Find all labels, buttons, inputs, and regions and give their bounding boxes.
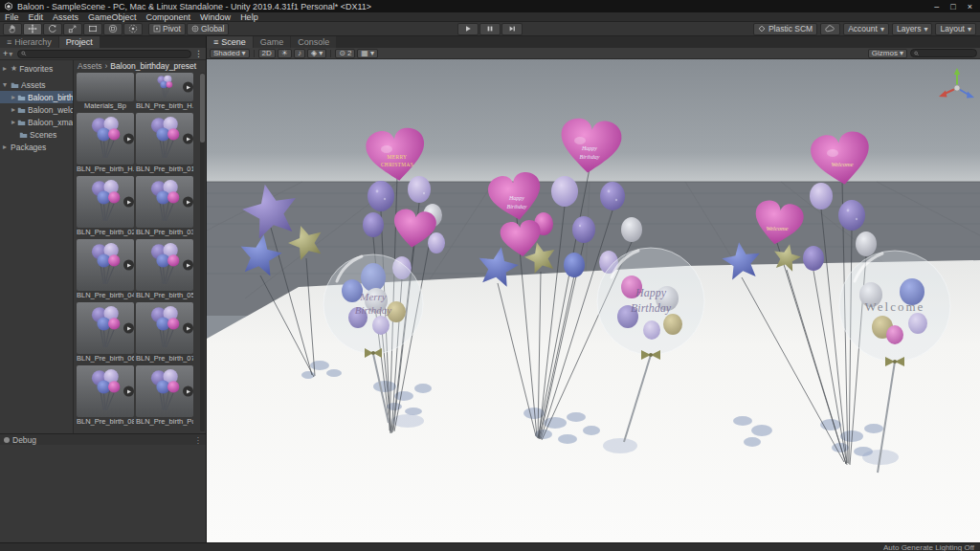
left-dock-tabs: ≡ Hierarchy Project <box>0 36 206 48</box>
asset-item[interactable]: BLN_Pre_birth_01 <box>136 113 193 174</box>
scale-tool-button[interactable] <box>63 23 82 35</box>
cloud-button[interactable] <box>820 23 840 35</box>
menu-item-assets[interactable]: Assets <box>48 12 83 22</box>
prefab-expand-icon[interactable] <box>123 260 134 271</box>
scene-audio-toggle[interactable]: ♪ <box>294 49 305 58</box>
menu-item-help[interactable]: Help <box>235 12 263 22</box>
balloon-text: Birthday <box>631 301 672 315</box>
prefab-expand-icon[interactable] <box>183 386 193 397</box>
tree-item-assets[interactable]: ▾ Assets <box>0 78 73 91</box>
prefab-expand-icon[interactable] <box>183 197 193 208</box>
project-search-input[interactable] <box>29 50 188 57</box>
grid-settings-dropdown[interactable]: ▦ ▾ <box>357 49 378 58</box>
prefab-expand-icon[interactable] <box>183 260 193 271</box>
layout-dropdown[interactable]: Layout ▾ <box>935 23 976 35</box>
pause-button[interactable] <box>479 23 501 35</box>
effects-dropdown[interactable]: ◈ ▾ <box>307 49 326 58</box>
global-toggle-button[interactable]: Global <box>187 23 230 35</box>
tree-item-scenes[interactable]: Scenes <box>0 128 73 141</box>
grid-icon: ▦ <box>361 49 368 57</box>
layers-dropdown[interactable]: Layers ▾ <box>892 23 933 35</box>
close-button[interactable]: × <box>968 2 972 11</box>
draw-mode-dropdown[interactable]: Shaded ▾ <box>210 49 250 58</box>
maximize-button[interactable]: □ <box>950 2 955 11</box>
asset-item[interactable]: BLN_Pre_birth_06 <box>77 302 134 364</box>
vertical-scrollbar[interactable] <box>200 73 205 431</box>
menu-item-gameobject[interactable]: GameObject <box>83 12 142 22</box>
prefab-expand-icon[interactable] <box>123 386 134 397</box>
debug-bar[interactable]: Debug ⋮ <box>0 433 206 445</box>
menu-item-edit[interactable]: Edit <box>24 12 49 22</box>
pivot-toggle-button[interactable]: Pivot <box>148 23 186 35</box>
play-button[interactable] <box>457 23 479 35</box>
asset-item[interactable]: BLN_Pre_birth_H... <box>77 113 134 174</box>
scene-search-input[interactable] <box>921 50 973 57</box>
scene-search[interactable] <box>910 49 977 57</box>
prefab-expand-icon[interactable] <box>183 82 193 93</box>
breadcrumb: Assets › Baloon_birthday_preset <box>74 60 206 72</box>
asset-item[interactable]: BLN_Pre_birth_03 <box>136 176 193 237</box>
asset-item[interactable]: BLN_Pre_birth_07 <box>136 302 193 364</box>
tree-item-baloon-xmas[interactable]: ▸ Baloon_xmas_pre... <box>0 116 73 128</box>
asset-item[interactable]: BLN_Pre_birth_02 <box>77 176 134 237</box>
rotate-tool-button[interactable] <box>43 23 62 35</box>
tree-item-packages[interactable]: ▸ Packages <box>0 141 73 153</box>
2d-toggle-button[interactable]: 2D <box>258 49 276 58</box>
scene-3d-view[interactable]: MERRY CHRISTMAS <box>207 59 980 542</box>
create-asset-button[interactable]: + ▾ <box>3 49 14 58</box>
rect-tool-button[interactable] <box>83 23 102 35</box>
panel-menu-icon[interactable]: ⋮ <box>194 435 203 445</box>
asset-item[interactable]: BLN_Pre_birth_Po... <box>136 365 193 427</box>
scene-viewport[interactable]: MERRY CHRISTMAS <box>207 59 980 542</box>
breadcrumb-current[interactable]: Baloon_birthday_preset <box>110 61 196 71</box>
prefab-expand-icon[interactable] <box>183 134 193 144</box>
step-button[interactable] <box>501 23 523 35</box>
chevron-down-icon: ▾ <box>242 49 246 57</box>
balloon-text: Welcome <box>831 161 853 167</box>
prefab-expand-icon[interactable] <box>123 134 134 144</box>
tree-item-favorites[interactable]: ▸ ★ Favorites <box>0 62 73 75</box>
panel-menu-icon[interactable]: ⋮ <box>194 49 203 58</box>
prefab-expand-icon[interactable] <box>183 323 193 334</box>
gizmo-center-cube[interactable] <box>954 85 960 91</box>
hand-tool-button[interactable] <box>3 23 22 35</box>
tree-item-baloon-birthday[interactable]: ▸ Baloon_birthday... <box>0 91 73 103</box>
balloon-text: Birthday <box>507 204 527 209</box>
asset-label: BLN_Pre_birth_05 <box>136 291 193 300</box>
tab-project[interactable]: Project <box>59 36 100 48</box>
auto-generate-lighting-toggle[interactable]: Auto Generate Lighting Off <box>883 543 974 551</box>
custom-tool-button[interactable] <box>123 23 143 35</box>
menu-item-window[interactable]: Window <box>195 12 235 22</box>
project-toolbar: + ▾ ⋮ <box>0 48 206 60</box>
asset-item[interactable]: BLN_Pre_birth_08 <box>77 365 134 427</box>
prefab-expand-icon[interactable] <box>123 197 134 208</box>
tab-scene[interactable]: ≡ Scene <box>207 36 253 48</box>
tab-game[interactable]: Game <box>254 36 291 48</box>
prefab-expand-icon[interactable] <box>123 323 134 334</box>
account-dropdown[interactable]: Account ▾ <box>843 23 889 35</box>
project-search[interactable] <box>17 50 191 58</box>
play-icon <box>464 25 472 33</box>
asset-item[interactable]: BLN_Pre_birth_05 <box>136 239 193 300</box>
menu-item-file[interactable]: File <box>0 12 24 22</box>
scene-lighting-toggle[interactable]: ☀ <box>278 49 292 58</box>
asset-item[interactable]: Materials_Bp <box>77 73 134 111</box>
tab-hierarchy[interactable]: ≡ Hierarchy <box>0 36 58 48</box>
scene-visibility-toggle[interactable]: ⊙ 2 <box>335 49 355 58</box>
breadcrumb-root[interactable]: Assets <box>78 61 102 71</box>
tree-item-baloon-welcome[interactable]: ▸ Baloon_welcome... <box>0 103 73 116</box>
packages-label: Packages <box>11 143 46 152</box>
plastic-scm-button[interactable]: Plastic SCM <box>753 23 817 35</box>
asset-item[interactable]: BLN_Pre_birth_H... <box>136 73 193 111</box>
scrollbar-thumb[interactable] <box>200 74 205 143</box>
menu-item-component[interactable]: Component <box>142 12 196 22</box>
minimize-button[interactable]: – <box>934 2 939 11</box>
gizmos-dropdown[interactable]: Gizmos ▾ <box>868 49 907 58</box>
favorites-star-icon: ★ <box>11 64 17 73</box>
balloon-text: Welcome <box>766 225 788 231</box>
transform-tool-button[interactable] <box>103 23 122 35</box>
move-tool-button[interactable] <box>23 23 42 35</box>
window-title: Baloon - SampleScene - PC, Mac & Linux S… <box>17 2 934 11</box>
tab-console[interactable]: Console <box>291 36 336 48</box>
asset-item[interactable]: BLN_Pre_birth_04 <box>77 239 134 300</box>
